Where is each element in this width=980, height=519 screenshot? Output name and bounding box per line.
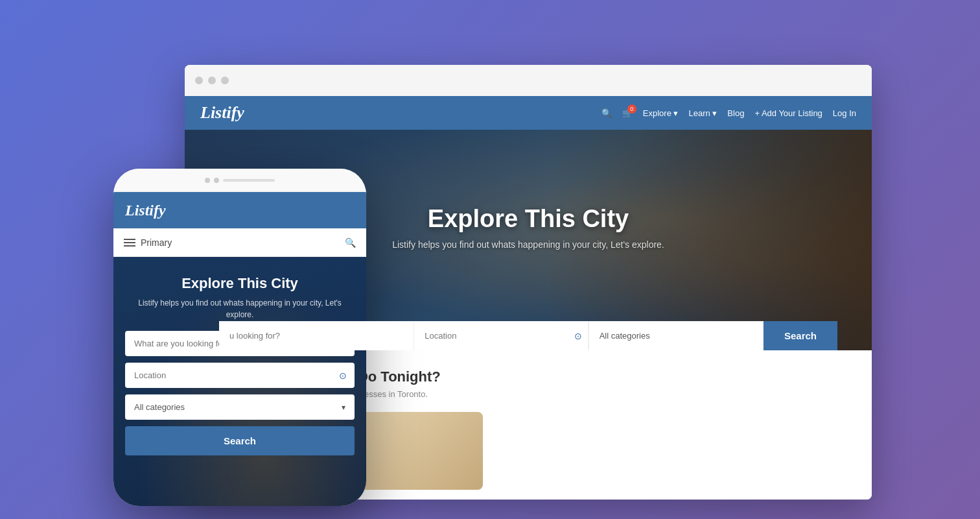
desktop-cart-icon[interactable]: 🛒 0 bbox=[622, 108, 633, 118]
phone-dot-2 bbox=[214, 178, 219, 183]
browser-dot-2 bbox=[208, 77, 216, 84]
desktop-card-2[interactable] bbox=[353, 412, 483, 490]
mobile-location-input[interactable] bbox=[125, 363, 339, 388]
mobile-search-icon[interactable]: 🔍 bbox=[345, 237, 356, 248]
desktop-nav-explore[interactable]: Explore ▾ bbox=[643, 108, 679, 118]
mobile-hero: Explore This City Listify helps you find… bbox=[113, 257, 366, 506]
mobile-category-select[interactable]: All categories Restaurants Hotels Entert… bbox=[134, 394, 342, 420]
hamburger-icon[interactable] bbox=[124, 239, 135, 247]
cart-badge: 0 bbox=[627, 104, 636, 114]
browser-dot-3 bbox=[221, 77, 229, 84]
desktop-hero-subtitle: Listify helps you find out whats happeni… bbox=[392, 239, 664, 250]
desktop-nav-learn[interactable]: Learn ▾ bbox=[688, 108, 717, 118]
mobile-navbar: Listify bbox=[113, 192, 366, 228]
mobile-location-wrap: ⊙ bbox=[125, 363, 355, 388]
desktop-category-wrap: All categories Restaurants Hotels Entert… bbox=[589, 321, 764, 350]
desktop-category-select[interactable]: All categories Restaurants Hotels Entert… bbox=[589, 322, 763, 350]
desktop-location-wrap: ⊙ bbox=[414, 321, 589, 350]
mobile-primary-bar: Primary 🔍 bbox=[113, 228, 366, 257]
desktop-hero-title: Explore This City bbox=[392, 205, 664, 233]
mobile-primary-label: Primary bbox=[141, 237, 172, 248]
desktop-hero-content: Explore This City Listify helps you find… bbox=[392, 205, 664, 276]
desktop-nav-login[interactable]: Log In bbox=[833, 108, 856, 118]
hamburger-line-3 bbox=[124, 245, 135, 247]
mobile-location-icon: ⊙ bbox=[339, 370, 355, 381]
mobile-chevron-icon: ▾ bbox=[342, 403, 345, 412]
mobile-logo: Listify bbox=[125, 202, 166, 219]
phone-bar bbox=[223, 179, 275, 182]
desktop-search-bar: ⊙ All categories Restaurants Hotels Ente… bbox=[219, 321, 837, 350]
desktop-search-icon[interactable]: 🔍 bbox=[601, 108, 612, 118]
desktop-location-icon: ⊙ bbox=[574, 331, 582, 341]
desktop-search-button[interactable]: Search bbox=[764, 321, 837, 350]
desktop-what-input[interactable] bbox=[219, 321, 414, 350]
phone-chrome bbox=[113, 169, 366, 192]
desktop-logo: Listify bbox=[200, 103, 601, 123]
mobile-search-button[interactable]: Search bbox=[125, 426, 355, 455]
phone-dot-1 bbox=[205, 178, 210, 183]
desktop-nav-blog[interactable]: Blog bbox=[727, 108, 744, 118]
browser-chrome bbox=[185, 65, 872, 96]
desktop-nav-add-listing[interactable]: + Add Your Listing bbox=[754, 108, 822, 118]
mobile-category-wrap: All categories Restaurants Hotels Entert… bbox=[125, 394, 355, 420]
hamburger-line-2 bbox=[124, 242, 135, 243]
desktop-location-input[interactable] bbox=[414, 322, 588, 350]
mobile-hero-content: Explore This City Listify helps you find… bbox=[125, 275, 355, 320]
mobile-hero-title: Explore This City bbox=[125, 275, 355, 292]
desktop-nav-actions: 🔍 🛒 0 Explore ▾ Learn ▾ Blog + Add Your … bbox=[601, 108, 856, 118]
mobile-menu-group: Primary bbox=[124, 237, 172, 248]
hamburger-line-1 bbox=[124, 239, 135, 240]
desktop-navbar: Listify 🔍 🛒 0 Explore ▾ Learn ▾ Blog + A… bbox=[185, 96, 872, 130]
browser-dot-1 bbox=[195, 77, 203, 84]
mobile-hero-subtitle: Listify helps you find out whats happeni… bbox=[125, 297, 355, 320]
